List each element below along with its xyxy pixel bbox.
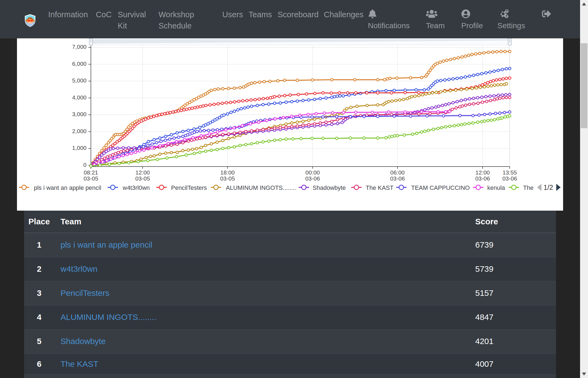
svg-text:7,000: 7,000 <box>72 44 87 50</box>
svg-text:03-06: 03-06 <box>475 175 490 182</box>
svg-text:2,000: 2,000 <box>72 128 87 134</box>
svg-text:The: The <box>523 184 534 191</box>
svg-text:6,000: 6,000 <box>72 61 87 67</box>
svg-text:3,000: 3,000 <box>72 111 87 117</box>
svg-text:Shadowbyte: Shadowbyte <box>313 184 346 191</box>
svg-text:03-05: 03-05 <box>220 175 235 182</box>
svg-text:PencilTesters: PencilTesters <box>171 184 207 191</box>
svg-text:03-05: 03-05 <box>135 175 150 182</box>
svg-text:4,000: 4,000 <box>72 94 87 101</box>
svg-text:ALUMINUM INGOTS........: ALUMINUM INGOTS........ <box>226 184 296 191</box>
svg-text:03-05: 03-05 <box>83 175 98 182</box>
svg-text:0: 0 <box>83 162 87 168</box>
svg-text:5,000: 5,000 <box>72 77 87 84</box>
svg-text:w4t3rl0wn: w4t3rl0wn <box>122 184 150 191</box>
svg-text:06:00: 06:00 <box>390 169 405 176</box>
svg-text:03-06: 03-06 <box>390 175 405 182</box>
svg-text:1,000: 1,000 <box>72 145 87 151</box>
svg-text:03-06: 03-06 <box>502 175 517 182</box>
svg-text:18:00: 18:00 <box>220 169 235 176</box>
svg-text:12:00: 12:00 <box>475 169 490 176</box>
svg-text:The KAST: The KAST <box>366 184 393 191</box>
svg-text:1/2: 1/2 <box>544 184 553 191</box>
svg-text:pls i want an apple pencil: pls i want an apple pencil <box>34 184 101 191</box>
svg-text:03-06: 03-06 <box>305 175 320 182</box>
svg-text:13:55: 13:55 <box>503 169 517 176</box>
svg-text:12:00: 12:00 <box>136 169 150 176</box>
svg-text:00:00: 00:00 <box>305 169 320 176</box>
svg-text:kenula: kenula <box>487 184 505 191</box>
svg-text:TEAM CAPPUCCINO: TEAM CAPPUCCINO <box>411 184 470 191</box>
svg-text:08:21: 08:21 <box>84 169 98 176</box>
